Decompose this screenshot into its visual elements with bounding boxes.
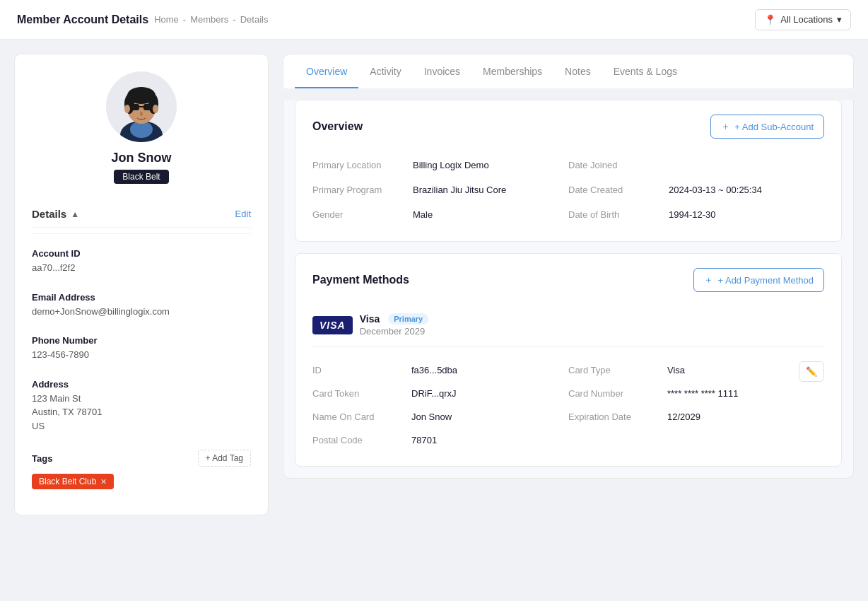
location-label: All Locations [780, 14, 833, 25]
primary-program-cell: Primary Program Brazilian Jiu Jitsu Core [312, 177, 568, 202]
address-label: Address [32, 379, 251, 390]
visa-logo: VISA [312, 316, 353, 334]
payment-title: Payment Methods [312, 274, 409, 286]
location-selector[interactable]: 📍 All Locations ▾ [755, 9, 851, 30]
plus-icon-payment: ＋ [704, 274, 713, 286]
avatar-section: Jon Snow Black Belt [32, 71, 251, 198]
pin-icon: 📍 [764, 14, 776, 25]
add-payment-label: + Add Payment Method [717, 275, 814, 286]
date-created-key: Date Created [568, 185, 660, 195]
details-title: Details ▲ [32, 208, 79, 220]
divider [32, 233, 251, 234]
card-type-key: Card Type [568, 365, 660, 375]
primary-program-val: Brazilian Jiu Jitsu Core [413, 185, 506, 195]
add-tag-button[interactable]: + Add Tag [198, 450, 252, 467]
date-created-cell: Date Created 2024-03-13 ~ 00:25:34 [568, 177, 824, 202]
phone-group: Phone Number 123-456-7890 [32, 327, 251, 370]
address-line2: Austin, TX 78701 [32, 405, 251, 419]
breadcrumb-details: Details [240, 14, 269, 25]
belt-badge: Black Belt [114, 170, 168, 184]
edit-button[interactable]: Edit [235, 209, 251, 219]
details-header: Details ▲ Edit [32, 198, 251, 228]
tab-notes[interactable]: Notes [553, 54, 602, 88]
account-id-group: Account ID aa70...f2f2 [32, 240, 251, 284]
svg-point-12 [153, 105, 158, 113]
overview-info-grid: Primary Location Billing Logix Demo Date… [312, 153, 824, 227]
tag-chip: Black Belt Club ✕ [32, 474, 114, 489]
tags-label: Tags [32, 453, 52, 464]
date-of-birth-val: 1994-12-30 [669, 209, 716, 220]
breadcrumb-sep2: - [233, 14, 235, 25]
payment-methods-card: Payment Methods ＋ + Add Payment Method V… [295, 253, 842, 467]
page-title: Member Account Details [17, 13, 148, 26]
breadcrumb-members[interactable]: Members [190, 14, 228, 25]
card-token-key: Card Token [312, 388, 404, 399]
card-token-val: DRiF...qrxJ [411, 388, 457, 399]
visa-card-info: Visa Primary December 2029 [360, 313, 429, 337]
avatar-image [110, 78, 173, 142]
tab-overview[interactable]: Overview [295, 54, 358, 88]
date-joined-cell: Date Joined [568, 153, 824, 177]
email-value: demo+JonSnow@billinglogix.com [32, 305, 251, 319]
primary-location-cell: Primary Location Billing Logix Demo [312, 153, 568, 177]
card-details-grid: ID fa36...5dba Card Type Visa Card Token… [312, 358, 824, 452]
tab-memberships[interactable]: Memberships [471, 54, 553, 88]
date-joined-key: Date Joined [568, 160, 660, 170]
tags-header: Tags + Add Tag [32, 450, 251, 467]
date-of-birth-cell: Date of Birth 1994-12-30 [568, 202, 824, 227]
primary-badge: Primary [388, 313, 428, 325]
svg-point-10 [140, 112, 143, 116]
overview-card: Overview ＋ + Add Sub-Account Primary Loc… [295, 100, 842, 242]
tab-invoices[interactable]: Invoices [413, 54, 471, 88]
gender-cell: Gender Male [312, 202, 568, 227]
postal-code-val: 78701 [411, 435, 437, 445]
avatar [106, 71, 177, 142]
visa-card-header: VISA Visa Primary December 2029 [312, 306, 824, 347]
name-on-card-cell: Name On Card Jon Snow [312, 405, 568, 428]
tags-section: Tags + Add Tag Black Belt Club ✕ [32, 441, 251, 498]
svg-rect-7 [129, 104, 139, 110]
address-group: Address 123 Main St Austin, TX 78701 US [32, 370, 251, 442]
expiration-date-key: Expiration Date [568, 412, 660, 422]
gender-val: Male [413, 209, 433, 220]
breadcrumb: Home - Members - Details [154, 14, 268, 25]
card-type-cell: Card Type Visa [568, 358, 824, 382]
email-label: Email Address [32, 292, 251, 303]
expiration-date-val: 12/2029 [667, 412, 700, 422]
primary-location-key: Primary Location [312, 160, 404, 170]
overview-header: Overview ＋ + Add Sub-Account [312, 115, 824, 139]
add-sub-account-button[interactable]: ＋ + Add Sub-Account [710, 115, 824, 139]
card-number-key: Card Number [568, 388, 660, 399]
account-id-value: aa70...f2f2 [32, 261, 251, 275]
add-sub-account-label: + Add Sub-Account [734, 122, 814, 132]
tab-events-logs[interactable]: Events & Logs [602, 54, 688, 88]
visa-brand-name: Visa [360, 313, 380, 325]
visa-expiry: December 2029 [360, 326, 429, 337]
tag-remove-icon[interactable]: ✕ [100, 477, 107, 486]
email-group: Email Address demo+JonSnow@billinglogix.… [32, 284, 251, 327]
address-line3: US [32, 419, 251, 433]
card-number-cell: Card Number **** **** **** 1111 [568, 382, 824, 405]
tag-label: Black Belt Club [39, 477, 96, 486]
chevron-down-icon: ▾ [837, 14, 842, 25]
add-payment-method-button[interactable]: ＋ + Add Payment Method [693, 268, 824, 292]
breadcrumb-home[interactable]: Home [154, 14, 179, 25]
top-bar: Member Account Details Home - Members - … [0, 0, 868, 40]
card-token-cell: Card Token DRiF...qrxJ [312, 382, 568, 405]
edit-card-button[interactable]: ✏️ [799, 361, 824, 382]
gender-key: Gender [312, 209, 404, 220]
tags-list: Black Belt Club ✕ [32, 474, 251, 489]
left-panel: Jon Snow Black Belt Details ▲ Edit Accou… [14, 54, 269, 515]
svg-point-11 [124, 105, 130, 113]
card-id-val: fa36...5dba [411, 365, 457, 375]
expiration-date-cell: Expiration Date 12/2029 [568, 405, 824, 428]
primary-location-val: Billing Logix Demo [413, 160, 489, 170]
address-line1: 123 Main St [32, 392, 251, 406]
right-panel: Overview Activity Invoices Memberships N… [283, 54, 854, 515]
payment-header: Payment Methods ＋ + Add Payment Method [312, 268, 824, 292]
date-of-birth-key: Date of Birth [568, 209, 660, 220]
overview-title: Overview [312, 120, 363, 133]
breadcrumb-sep1: - [183, 14, 186, 25]
tab-activity[interactable]: Activity [358, 54, 412, 88]
content-area: Overview ＋ + Add Sub-Account Primary Loc… [283, 100, 854, 479]
